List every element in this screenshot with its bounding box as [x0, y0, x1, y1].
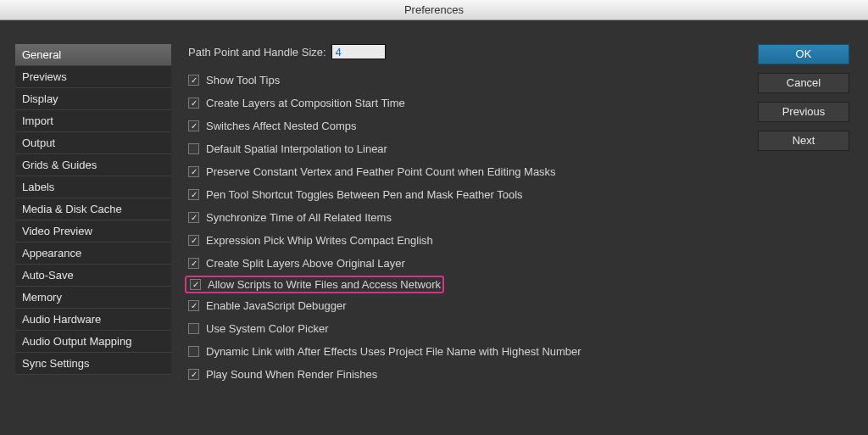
option-row: ✓Create Split Layers Above Original Laye…: [185, 254, 744, 272]
option-row: ✓Synchronize Time of All Related Items: [185, 209, 744, 226]
sidebar-item-label: Previews: [22, 70, 67, 83]
sidebar-item-auto-save[interactable]: Auto-Save: [15, 265, 171, 287]
checkmark-icon: ✓: [191, 214, 198, 222]
sidebar-item-appearance[interactable]: Appearance: [15, 243, 171, 265]
option-row: ✓Play Sound When Render Finishes: [185, 365, 744, 383]
checkbox[interactable]: ✓: [188, 369, 199, 380]
checkbox[interactable]: ✓: [188, 235, 199, 246]
option-row: ✓Show Tool Tips: [185, 71, 744, 89]
option-row: ✓Default Spatial Interpolation to Linear: [185, 140, 744, 158]
path-point-label: Path Point and Handle Size:: [188, 46, 326, 59]
sidebar-item-sync-settings[interactable]: Sync Settings: [15, 353, 171, 375]
checkbox[interactable]: ✓: [188, 166, 199, 177]
sidebar-item-audio-hardware[interactable]: Audio Hardware: [15, 309, 171, 331]
sidebar-item-label: Audio Output Mapping: [22, 335, 131, 348]
sidebar-item-previews[interactable]: Previews: [15, 66, 171, 88]
option-row: ✓Pen Tool Shortcut Toggles Between Pen a…: [185, 186, 744, 204]
window-titlebar: Preferences: [0, 0, 868, 20]
option-row: ✓Preserve Constant Vertex and Feather Po…: [185, 163, 744, 181]
checkbox-label: Preserve Constant Vertex and Feather Poi…: [206, 165, 556, 178]
checkbox-label: Dynamic Link with After Effects Uses Pro…: [206, 345, 581, 358]
general-settings-panel: Path Point and Handle Size: ✓Show Tool T…: [185, 44, 744, 388]
sidebar-item-label: Output: [22, 137, 55, 149]
option-row: ✓Allow Scripts to Write Files and Access…: [185, 276, 444, 293]
sidebar-item-grids-guides[interactable]: Grids & Guides: [15, 154, 171, 176]
checkbox-label: Enable JavaScript Debugger: [206, 299, 347, 312]
checkbox[interactable]: ✓: [188, 323, 199, 334]
checkmark-icon: ✓: [191, 371, 198, 379]
checkmark-icon: ✓: [191, 76, 198, 85]
category-sidebar: GeneralPreviewsDisplayImportOutputGrids …: [15, 44, 171, 375]
checkbox[interactable]: ✓: [190, 279, 201, 290]
sidebar-item-label: Memory: [22, 291, 62, 304]
sidebar-item-label: Appearance: [22, 247, 81, 259]
checkbox-label: Show Tool Tips: [206, 74, 280, 86]
sidebar-item-labels[interactable]: Labels: [15, 176, 171, 198]
checkbox[interactable]: ✓: [188, 258, 199, 269]
checkbox-label: Synchronize Time of All Related Items: [206, 211, 392, 224]
previous-button[interactable]: Previous: [758, 102, 849, 122]
sidebar-item-display[interactable]: Display: [15, 88, 171, 110]
checkbox-label: Switches Affect Nested Comps: [206, 120, 357, 132]
checkmark-icon: ✓: [191, 237, 198, 245]
sidebar-item-label: Auto-Save: [22, 269, 74, 282]
checkbox-label: Expression Pick Whip Writes Compact Engl…: [206, 234, 433, 247]
checkmark-icon: ✓: [191, 191, 198, 199]
sidebar-item-general[interactable]: General: [15, 44, 171, 66]
option-row: ✓Dynamic Link with After Effects Uses Pr…: [185, 343, 744, 360]
sidebar-item-label: General: [22, 48, 61, 61]
checkmark-icon: ✓: [192, 281, 199, 289]
sidebar-item-label: Audio Hardware: [22, 313, 101, 326]
sidebar-item-label: Grids & Guides: [22, 159, 97, 171]
cancel-button[interactable]: Cancel: [758, 73, 849, 93]
checkbox-label: Use System Color Picker: [206, 322, 328, 335]
checkbox[interactable]: ✓: [188, 120, 199, 131]
option-row: ✓Expression Pick Whip Writes Compact Eng…: [185, 231, 744, 249]
checkbox-label: Pen Tool Shortcut Toggles Between Pen an…: [206, 188, 523, 201]
checkbox-label: Play Sound When Render Finishes: [206, 368, 377, 381]
sidebar-item-audio-output-mapping[interactable]: Audio Output Mapping: [15, 331, 171, 353]
option-row: ✓Create Layers at Composition Start Time: [185, 94, 744, 112]
sidebar-item-label: Video Preview: [22, 225, 92, 237]
sidebar-item-output[interactable]: Output: [15, 132, 171, 154]
option-row: ✓Enable JavaScript Debugger: [185, 297, 744, 315]
checkbox[interactable]: ✓: [188, 189, 199, 200]
checkbox[interactable]: ✓: [188, 212, 199, 223]
sidebar-item-label: Sync Settings: [22, 357, 90, 370]
sidebar-item-video-preview[interactable]: Video Preview: [15, 220, 171, 243]
sidebar-item-label: Media & Disk Cache: [22, 203, 122, 215]
ok-button[interactable]: OK: [758, 44, 849, 64]
sidebar-item-label: Import: [22, 114, 53, 127]
path-point-row: Path Point and Handle Size:: [185, 44, 744, 59]
checkbox-label: Default Spatial Interpolation to Linear: [206, 142, 387, 155]
sidebar-item-import[interactable]: Import: [15, 110, 171, 132]
sidebar-item-memory[interactable]: Memory: [15, 287, 171, 309]
sidebar-item-media-disk-cache[interactable]: Media & Disk Cache: [15, 198, 171, 220]
dialog-buttons: OK Cancel Previous Next: [758, 44, 849, 151]
path-point-input[interactable]: [331, 44, 386, 59]
option-row: ✓Switches Affect Nested Comps: [185, 117, 744, 135]
sidebar-item-label: Labels: [22, 181, 54, 193]
content-area: GeneralPreviewsDisplayImportOutputGrids …: [0, 20, 868, 435]
checkbox[interactable]: ✓: [188, 75, 199, 86]
window-title: Preferences: [404, 3, 464, 16]
checkmark-icon: ✓: [191, 122, 198, 131]
checkbox-label: Create Split Layers Above Original Layer: [206, 257, 405, 270]
checkmark-icon: ✓: [191, 168, 198, 176]
checkbox-label: Create Layers at Composition Start Time: [206, 97, 405, 109]
checkmark-icon: ✓: [191, 259, 198, 268]
option-row: ✓Use System Color Picker: [185, 320, 744, 337]
checkmark-icon: ✓: [191, 99, 198, 108]
checkbox-label: Allow Scripts to Write Files and Access …: [208, 278, 441, 291]
checkbox[interactable]: ✓: [188, 346, 199, 357]
checkbox[interactable]: ✓: [188, 300, 199, 311]
sidebar-item-label: Display: [22, 92, 58, 105]
checkmark-icon: ✓: [191, 302, 198, 310]
checkbox[interactable]: ✓: [188, 143, 199, 154]
next-button[interactable]: Next: [758, 131, 849, 151]
checkbox[interactable]: ✓: [188, 98, 199, 109]
